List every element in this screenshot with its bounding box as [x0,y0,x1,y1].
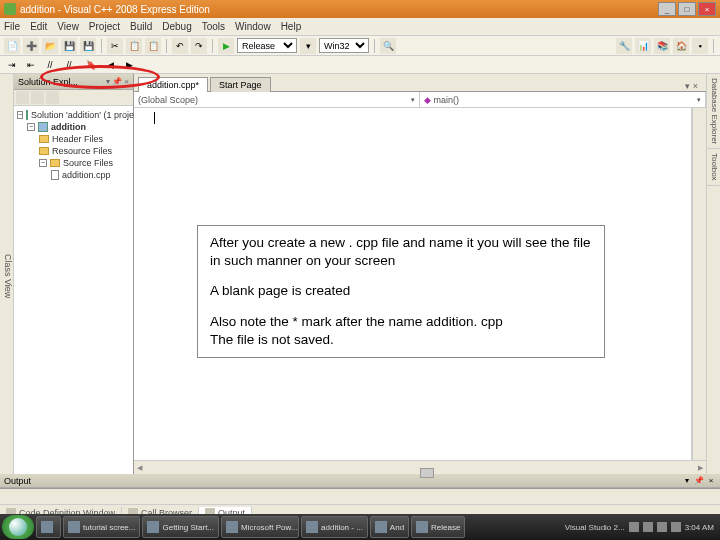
platform-dropdown[interactable]: Win32 [319,38,369,53]
solution-explorer-header[interactable]: Solution Expl... ▾ 📌 × [14,74,133,90]
right-sidebar: Database Explorer Toolbox [706,74,720,474]
annotation-text-1: After you create a new . cpp file and na… [210,234,592,270]
copy-icon[interactable]: 📋 [126,38,142,54]
open-icon[interactable]: 📂 [42,38,58,54]
cpp-file-icon [51,170,59,180]
new-project-icon[interactable]: 📄 [4,38,20,54]
collapse-icon[interactable]: − [27,123,35,131]
member-label: main() [434,95,460,105]
indent-icon[interactable]: ⇥ [4,57,20,73]
tray-icon[interactable] [643,522,653,532]
close-button[interactable]: × [698,2,716,16]
comment-icon[interactable]: // [42,57,58,73]
separator [212,39,213,53]
vertical-scrollbar[interactable] [692,108,706,460]
menu-view[interactable]: View [57,21,79,32]
start-page-icon[interactable]: 🏠 [673,38,689,54]
taskbar-item[interactable]: Release [411,516,465,538]
main-toolbar: 📄 ➕ 📂 💾 💾 ✂ 📋 📋 ↶ ↷ ▶ Release ▾ Win32 🔍 … [0,36,720,56]
secondary-toolbar: ⇥ ⇤ // // 🔖 ◀ ▶ [0,56,720,74]
show-all-icon[interactable] [31,91,44,104]
tray-notification[interactable]: Visual Studio 2... [565,523,625,532]
titlebar: addition - Visual C++ 2008 Express Editi… [0,0,720,18]
toolbox-icon[interactable]: 🔧 [616,38,632,54]
bookmark-icon[interactable]: 🔖 [83,57,99,73]
taskbar-item[interactable]: tutorial scree... [63,516,140,538]
pin-icon[interactable]: 📌 [112,77,122,86]
menu-help[interactable]: Help [281,21,302,32]
menu-project[interactable]: Project [89,21,120,32]
tray-icon[interactable] [657,522,667,532]
cmd-window-icon[interactable]: ▪ [692,38,708,54]
tab-dropdown-icon[interactable]: ▾ [685,81,690,91]
scope-dropdown[interactable]: (Global Scope) ▾ [134,92,420,107]
output-panel-body [0,488,720,504]
menu-tools[interactable]: Tools [202,21,225,32]
taskbar-item[interactable]: addition - ... [301,516,368,538]
folder-resource-files[interactable]: Resource Files [17,145,130,157]
tab-start-page[interactable]: Start Page [210,77,271,92]
close-panel-icon[interactable]: × [706,476,716,486]
output-panel-header[interactable]: Output ▾ 📌 × [0,474,720,488]
taskbar-item[interactable]: Getting Start... [142,516,219,538]
start-debug-icon[interactable]: ▶ [218,38,234,54]
menu-build[interactable]: Build [130,21,152,32]
tab-addition-cpp[interactable]: addition.cpp* [138,77,208,92]
toolbox-tab[interactable]: Toolbox [707,149,720,186]
dropdown-icon[interactable]: ▾ [682,476,692,486]
cut-icon[interactable]: ✂ [107,38,123,54]
uncomment-icon[interactable]: // [61,57,77,73]
app-icon [4,3,16,15]
menubar: File Edit View Project Build Debug Tools… [0,18,720,36]
outdent-icon[interactable]: ⇤ [23,57,39,73]
prev-bookmark-icon[interactable]: ◀ [102,57,118,73]
config-dropdown[interactable]: Release [237,38,297,53]
dropdown-icon[interactable]: ▾ [106,77,110,86]
folder-header-files[interactable]: Header Files [17,133,130,145]
refresh-icon[interactable] [46,91,59,104]
annotation-box: After you create a new . cpp file and na… [197,225,605,358]
properties-icon[interactable] [16,91,29,104]
volume-icon[interactable] [671,522,681,532]
database-explorer-tab[interactable]: Database Explorer [707,74,720,149]
menu-file[interactable]: File [4,21,20,32]
collapse-icon[interactable]: − [17,111,23,119]
clock[interactable]: 3:04 AM [685,523,714,532]
solution-node[interactable]: − Solution 'addition' (1 project) [17,109,130,121]
menu-debug[interactable]: Debug [162,21,191,32]
add-item-icon[interactable]: ➕ [23,38,39,54]
pin-icon[interactable]: 📌 [694,476,704,486]
paste-icon[interactable]: 📋 [145,38,161,54]
save-all-icon[interactable]: 💾 [80,38,96,54]
tray-icon[interactable] [629,522,639,532]
collapse-icon[interactable]: − [39,159,47,167]
undo-icon[interactable]: ↶ [172,38,188,54]
close-panel-icon[interactable]: × [124,77,129,86]
taskbar-item[interactable]: Microsoft Pow... [221,516,299,538]
member-dropdown[interactable]: ◆ main() ▾ [420,92,706,107]
menu-window[interactable]: Window [235,21,271,32]
next-bookmark-icon[interactable]: ▶ [121,57,137,73]
folder-source-files[interactable]: − Source Files [17,157,130,169]
taskbar-item[interactable]: And [370,516,409,538]
minimize-button[interactable]: _ [658,2,676,16]
tab-close-icon[interactable]: × [693,81,698,91]
app-icon [41,521,53,533]
find-icon[interactable]: 🔍 [380,38,396,54]
taskbar-item[interactable] [36,516,61,538]
project-node[interactable]: − addition [17,121,130,133]
menu-edit[interactable]: Edit [30,21,47,32]
horizontal-scrollbar[interactable]: ◀ ▶ [134,460,706,474]
folder-label: Source Files [63,158,113,168]
redo-icon[interactable]: ↷ [191,38,207,54]
save-icon[interactable]: 💾 [61,38,77,54]
file-addition-cpp[interactable]: addition.cpp [17,169,130,181]
separator [166,39,167,53]
scroll-thumb[interactable] [420,468,434,478]
obj-browser-icon[interactable]: 📚 [654,38,670,54]
class-view-label: Class View [3,254,13,298]
class-view-tab[interactable]: Class View [0,74,14,474]
maximize-button[interactable]: □ [678,2,696,16]
properties-icon[interactable]: 📊 [635,38,651,54]
start-button[interactable] [2,515,34,539]
